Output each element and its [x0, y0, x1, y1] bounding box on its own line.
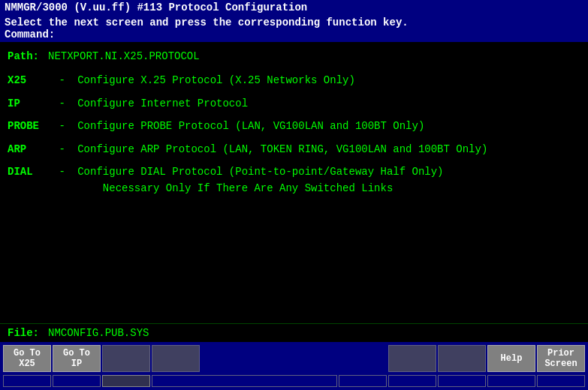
menu-desc-x25: Configure X.25 Protocol (X.25 Networks O…: [77, 72, 355, 88]
menu-dash-arp: -: [53, 141, 71, 158]
menu-key-ip: IP: [8, 95, 53, 112]
menu-desc-dial-line1: Configure DIAL Protocol (Point-to-point/…: [77, 164, 443, 180]
menu-key-x25: X25: [8, 72, 53, 88]
menu-item-probe: PROBE - Configure PROBE Protocol (LAN, V…: [8, 118, 580, 134]
path-label: Path:: [8, 48, 39, 64]
path-value: NETXPORT.NI.X25.PROTOCOL: [48, 48, 200, 64]
file-label: File:: [8, 327, 39, 339]
menu-item-ip: IP - Configure Internet Protocol: [8, 95, 580, 112]
main-content: Path: NETXPORT.NI.X25.PROTOCOL X25 - Con…: [0, 42, 588, 323]
fn-btn-6: [388, 345, 436, 372]
menu-key-probe: PROBE: [8, 118, 53, 134]
fn-btn-3: [102, 345, 150, 372]
fn-btn-4: [152, 345, 200, 372]
header-bar: Select the next screen and press the cor…: [0, 15, 588, 42]
menu-dash-probe: -: [53, 118, 71, 134]
file-bar: File: NMCONFIG.PUB.SYS: [0, 323, 588, 342]
menu-item-dial: DIAL - Configure DIAL Protocol (Point-to…: [8, 164, 580, 197]
menu-desc-dial-line2: Necessary Only If There Are Any Switched…: [77, 180, 443, 196]
menu-dash-dial: -: [53, 164, 71, 180]
fn-btn-goto-ip[interactable]: Go ToIP: [53, 345, 101, 372]
title-bar: NMMGR/3000 (V.uu.ff) #113 Protocol Confi…: [0, 0, 588, 15]
fn-btn-prior-screen[interactable]: PriorScreen: [537, 345, 585, 372]
fn-btn-7: [438, 345, 486, 372]
fn-cell-1: [3, 375, 51, 387]
menu-item-x25: X25 - Configure X.25 Protocol (X.25 Netw…: [8, 72, 580, 88]
menu-key-dial: DIAL: [8, 164, 53, 180]
file-value: NMCONFIG.PUB.SYS: [48, 327, 149, 339]
menu-dash-ip: -: [53, 95, 71, 112]
fn-cell-9: [537, 375, 585, 387]
fn-spacer: [201, 345, 387, 372]
fn-cell-8: [487, 375, 535, 387]
menu-desc-dial-block: Configure DIAL Protocol (Point-to-point/…: [77, 164, 443, 197]
fn-cell-7: [438, 375, 486, 387]
header-line2: Command:: [5, 28, 583, 40]
menu-desc-probe: Configure PROBE Protocol (LAN, VG100LAN …: [77, 118, 424, 134]
fn-cell-2: [53, 375, 101, 387]
fn-row2: [0, 374, 588, 390]
screen: NMMGR/3000 (V.uu.ff) #113 Protocol Confi…: [0, 0, 588, 390]
menu-desc-ip: Configure Internet Protocol: [77, 95, 248, 112]
fn-cell-4: [152, 375, 337, 387]
menu-dash-x25: -: [53, 72, 71, 88]
fn-cell-3: [102, 375, 150, 387]
menu-key-arp: ARP: [8, 141, 53, 158]
path-line: Path: NETXPORT.NI.X25.PROTOCOL: [8, 48, 580, 64]
title-text: NMMGR/3000 (V.uu.ff) #113 Protocol Confi…: [5, 2, 307, 14]
function-key-bar: Go ToX25 Go ToIP Help PriorScreen: [0, 342, 588, 374]
menu-desc-arp: Configure ARP Protocol (LAN, TOKEN RING,…: [77, 141, 487, 158]
header-line1: Select the next screen and press the cor…: [5, 16, 583, 28]
fn-btn-goto-x25[interactable]: Go ToX25: [3, 345, 51, 372]
fn-cell-6: [388, 375, 436, 387]
fn-btn-help[interactable]: Help: [487, 345, 535, 372]
menu-item-arp: ARP - Configure ARP Protocol (LAN, TOKEN…: [8, 141, 580, 158]
fn-cell-5: [339, 375, 387, 387]
